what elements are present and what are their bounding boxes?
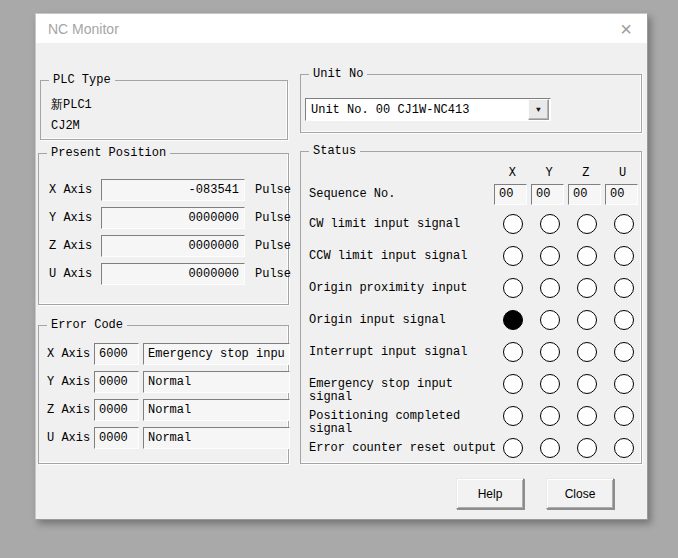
lamp-cell [605, 401, 642, 426]
axis-column-header: Y [531, 166, 568, 180]
status-indicator-off [577, 310, 597, 330]
sequence-value-field[interactable]: 00 [494, 184, 527, 205]
error-code-row: Y Axis0000Normal [39, 368, 288, 396]
status-indicator-off [503, 214, 523, 234]
signal-lamps [494, 337, 642, 362]
signal-lamps [494, 209, 642, 234]
lamp-cell [531, 209, 568, 234]
lamp-cell [494, 401, 531, 426]
axis-column-header: X [494, 166, 531, 180]
chevron-down-icon: ▼ [536, 105, 541, 114]
status-indicator-off [577, 214, 597, 234]
sequence-cell: 00 [494, 184, 531, 205]
error-code-field[interactable]: 6000 [94, 343, 139, 365]
signal-label: Emergency stop input signal [301, 378, 494, 404]
status-indicator-off [614, 406, 634, 426]
status-signal-row: Error counter reset output [301, 433, 641, 465]
error-description-field[interactable]: Normal [143, 371, 290, 393]
unit-no-group: Unit No Unit No. 00 CJ1W-NC413 ▼ [300, 74, 642, 133]
present-position-row: U Axis0000000Pulse [39, 260, 288, 288]
sequence-cell: 00 [605, 184, 642, 205]
status-indicator-off [503, 278, 523, 298]
plc-model-text: CJ2M [51, 119, 80, 133]
status-signal-row: Origin input signal [301, 305, 641, 337]
position-value-field[interactable]: 0000000 [101, 263, 245, 285]
status-indicator-off [577, 278, 597, 298]
dropdown-button[interactable]: ▼ [528, 99, 549, 120]
status-indicator-off [614, 438, 634, 458]
signal-label: CCW limit input signal [301, 250, 494, 263]
unit-no-selected-value: Unit No. 00 CJ1W-NC413 [306, 103, 528, 117]
lamp-cell [494, 369, 531, 394]
lamp-cell [605, 241, 642, 266]
sequence-no-label: Sequence No. [301, 187, 494, 201]
present-position-row: X Axis-083541Pulse [39, 176, 288, 204]
unit-no-group-label: Unit No [309, 67, 367, 81]
error-description-field[interactable]: Normal [143, 427, 290, 449]
lamp-cell [494, 241, 531, 266]
nc-monitor-dialog: NC Monitor × PLC Type 新PLC1 CJ2M Unit No… [35, 13, 648, 520]
position-value-field[interactable]: 0000000 [101, 207, 245, 229]
error-code-field[interactable]: 0000 [94, 399, 139, 421]
signal-lamps [494, 401, 642, 426]
lamp-cell [568, 273, 605, 298]
signal-lamps [494, 369, 642, 394]
plc-type-group: PLC Type 新PLC1 CJ2M [40, 80, 288, 140]
position-value-field[interactable]: 0000000 [101, 235, 245, 257]
lamp-cell [605, 433, 642, 458]
status-indicator-off [577, 342, 597, 362]
axis-label: Y Axis [49, 211, 101, 225]
unit-label: Pulse [255, 183, 291, 197]
lamp-cell [531, 273, 568, 298]
unit-label: Pulse [255, 211, 291, 225]
axis-label: X Axis [49, 183, 101, 197]
signal-label: Origin proximity input [301, 282, 494, 295]
status-indicator-off [577, 246, 597, 266]
sequence-cell: 00 [568, 184, 605, 205]
help-button[interactable]: Help [456, 478, 524, 509]
lamp-cell [568, 369, 605, 394]
sequence-cell: 00 [531, 184, 568, 205]
signal-lamps [494, 433, 642, 458]
sequence-value-field[interactable]: 00 [531, 184, 564, 205]
error-code-group: Error Code X Axis6000Emergency stop inpu… [38, 325, 289, 464]
status-signal-row: CW limit input signal [301, 209, 641, 241]
unit-no-select[interactable]: Unit No. 00 CJ1W-NC413 ▼ [305, 98, 551, 121]
close-button[interactable]: × [613, 16, 639, 42]
error-code-field[interactable]: 0000 [94, 427, 139, 449]
sequence-value-field[interactable]: 00 [605, 184, 638, 205]
lamp-cell [568, 433, 605, 458]
position-value-field[interactable]: -083541 [101, 179, 245, 201]
status-indicator-off [614, 374, 634, 394]
error-code-field[interactable]: 0000 [94, 371, 139, 393]
title-bar[interactable]: NC Monitor × [36, 14, 647, 43]
status-signal-row: Emergency stop input signal [301, 369, 641, 401]
signal-label: Positioning completed signal [301, 410, 494, 436]
status-indicator-off [503, 438, 523, 458]
lamp-cell [531, 401, 568, 426]
present-position-row: Z Axis0000000Pulse [39, 232, 288, 260]
status-indicator-off [540, 214, 560, 234]
lamp-cell [531, 337, 568, 362]
status-indicator-off [540, 310, 560, 330]
error-code-row: U Axis0000Normal [39, 424, 288, 452]
lamp-cell [605, 273, 642, 298]
lamp-cell [494, 433, 531, 458]
status-signal-row: CCW limit input signal [301, 241, 641, 273]
lamp-cell [568, 241, 605, 266]
present-position-row: Y Axis0000000Pulse [39, 204, 288, 232]
close-dialog-button[interactable]: Close [546, 478, 614, 509]
lamp-cell [605, 337, 642, 362]
error-description-field[interactable]: Emergency stop inpu [143, 343, 290, 365]
lamp-cell [531, 369, 568, 394]
status-indicator-off [614, 278, 634, 298]
status-indicator-off [614, 246, 634, 266]
status-indicator-off [614, 214, 634, 234]
status-indicator-off [540, 438, 560, 458]
status-indicator-off [577, 406, 597, 426]
sequence-value-field[interactable]: 00 [568, 184, 601, 205]
error-description-field[interactable]: Normal [143, 399, 290, 421]
signal-label: CW limit input signal [301, 218, 494, 231]
unit-label: Pulse [255, 239, 291, 253]
status-group: Status XYZU Sequence No. 00000000 CW lim… [300, 151, 642, 464]
